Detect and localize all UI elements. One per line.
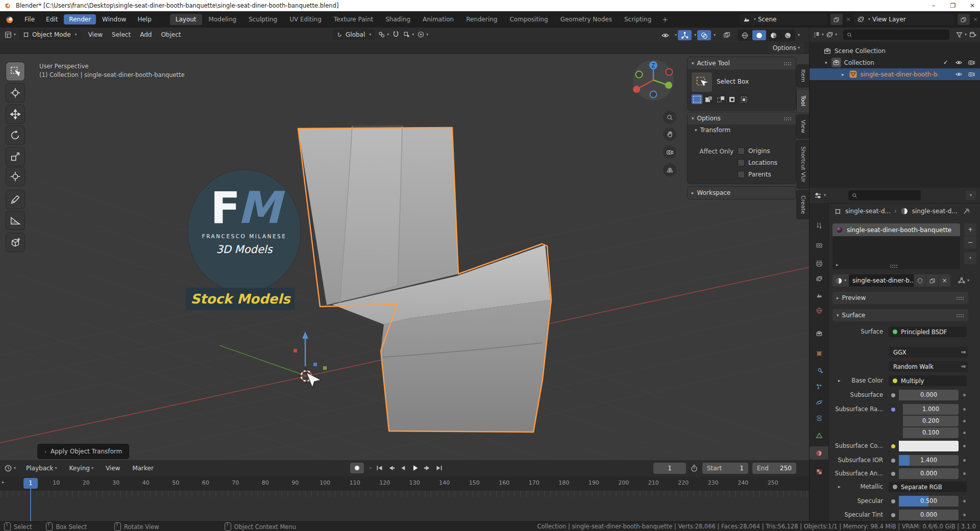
remove-slot-button[interactable]: − [964,236,976,248]
shading-solid-button[interactable] [752,30,766,40]
operator-panel[interactable]: › Apply Object Transform [37,444,129,459]
editor-type-button[interactable]: ▾ [814,191,826,200]
play-button[interactable] [411,464,420,472]
base-color-link-button[interactable]: Multiply [889,375,967,386]
scene-unlink-button[interactable]: × [846,16,851,23]
workspace-tab[interactable]: Modeling [203,14,242,25]
tab-object[interactable] [810,347,828,360]
gizmos-toggle[interactable] [678,30,692,40]
tab-render[interactable] [810,239,828,252]
keying-menu[interactable]: Keying▾ [65,464,98,473]
pin-icon[interactable] [963,207,971,215]
camera-view-button[interactable] [663,145,676,159]
workspace-tab[interactable]: Sculpting [243,14,283,25]
material-slot-selected[interactable]: single-seat-diner-booth-banquette [832,223,960,236]
proportional-edit-dropdown[interactable]: ▾ [417,31,428,38]
tool-measure-button[interactable] [6,211,24,230]
orientation-dropdown[interactable]: Global ▾ [333,29,375,40]
panel-grip[interactable] [783,117,792,120]
editor-type-button[interactable]: ▾ [4,464,16,472]
workspace-tab[interactable]: Animation [417,14,459,25]
workspace-tab[interactable]: Compositing [504,14,553,25]
socket-button[interactable] [889,468,898,479]
camera-visibility-icon[interactable] [968,59,975,66]
current-frame-field[interactable]: 1 [653,463,686,474]
tool-annotate-button[interactable] [6,190,24,209]
navigation-gizmo[interactable]: Z [631,58,675,102]
viewport-3d[interactable]: FM FRANCESCO MILANESE 3D Models Stock Mo… [0,54,810,460]
sidebar-tab-shortcut-vur[interactable]: Shortcut VUr [797,140,810,188]
pan-button[interactable] [663,128,676,141]
decorator-dot[interactable] [963,514,966,516]
gizmo-y-axis[interactable] [665,82,672,89]
options-dropdown[interactable]: Options ▾ [769,43,804,53]
editor-type-button[interactable]: ▾ [4,31,16,39]
subsurface-color-swatch[interactable] [899,441,959,451]
tab-collection[interactable] [810,327,828,340]
view-layer-selector[interactable]: ▾ View Layer [854,14,954,25]
workspace-tab[interactable]: UV Editing [284,14,327,25]
view-layer-remove-button[interactable]: × [973,16,978,23]
socket-button[interactable] [889,455,898,466]
node-tree-dropdown[interactable]: ▾ [958,276,969,285]
viewport-menu-item[interactable]: Object [156,30,185,39]
prev-keyframe-button[interactable] [387,464,395,472]
jump-to-start-button[interactable] [376,464,383,472]
subsurface-aniso-field[interactable]: 0.000 [899,468,959,479]
current-frame-indicator[interactable]: 1 [23,478,38,489]
material-name-field[interactable]: single-seat-diner-b... [849,274,914,287]
maximize-button[interactable]: ❐ [945,0,961,11]
origins-checkbox-row[interactable]: Origins [738,147,770,155]
timeline-track-area[interactable] [0,491,809,521]
add-workspace-button[interactable]: + [662,15,668,23]
decorator-dot[interactable] [963,394,966,396]
sidebar-tab-create[interactable]: Create [797,190,810,219]
tool-move-button[interactable] [6,105,24,123]
workspace-tab[interactable]: Scripting [619,14,657,25]
specular-tint-field[interactable]: 0.000 [899,510,959,520]
menu-item[interactable]: File [19,14,40,24]
workspace-tab[interactable]: Shading [380,14,416,25]
active-tool-panel-header[interactable]: ▾ Active Tool [688,57,796,69]
tab-constraints[interactable] [810,412,828,425]
tool-add-cube-button[interactable] [6,233,24,251]
distribution-dropdown[interactable]: GGX▾ [889,347,968,358]
stopwatch-icon[interactable] [690,464,698,472]
play-reverse-button[interactable] [399,464,407,472]
sidebar-tab-tool[interactable]: Tool [797,89,810,113]
viewport-menu-item[interactable]: Add [135,30,156,39]
sidebar-tab-item[interactable]: Item [797,65,810,87]
workspace-tab[interactable]: Layout [170,14,202,25]
outliner-search-input[interactable] [843,30,949,40]
tab-particles[interactable] [810,380,828,393]
workspace-tab[interactable]: Texture Paint [328,14,379,25]
transform-subpanel-header[interactable]: ▾ Transform [695,127,796,134]
tab-tool[interactable] [810,219,828,232]
panel-grip[interactable] [956,296,964,300]
sidebar-tab-view[interactable]: View [797,115,810,138]
tab-view-layer[interactable] [810,272,828,286]
workspace-panel-header[interactable]: ▸ Workspace [688,187,796,199]
tool-scale-button[interactable] [6,147,24,166]
menu-item[interactable]: Window [97,14,131,24]
zoom-button[interactable] [663,111,676,124]
menu-item[interactable]: Render [64,14,96,24]
checkbox[interactable] [738,171,745,178]
outliner-row-object-selected[interactable]: ▸ single-seat-diner-booth-ban [810,68,980,80]
select-mode-extend[interactable] [703,94,714,104]
display-mode-dropdown[interactable]: ▾ [813,31,824,39]
shading-material-button[interactable] [767,30,780,40]
gizmo-y-neg[interactable] [636,71,643,78]
socket-button[interactable] [889,390,898,400]
panel-grip[interactable] [956,314,964,317]
radius-x-field[interactable]: 1.000 [903,404,959,415]
list-resize-grip[interactable] [890,264,898,268]
sss-method-dropdown[interactable]: Random Walk▾ [889,361,968,372]
checkbox-icon[interactable]: ✓ [943,59,948,66]
expand-open-icon[interactable]: ▾ [825,60,827,65]
view-menu[interactable]: View [101,464,125,473]
eye-icon[interactable] [955,70,963,78]
mode-dropdown[interactable]: Object Mode ▾ [19,30,81,40]
radius-y-field[interactable]: 0.200 [903,416,959,426]
menu-item[interactable]: Help [132,14,156,24]
